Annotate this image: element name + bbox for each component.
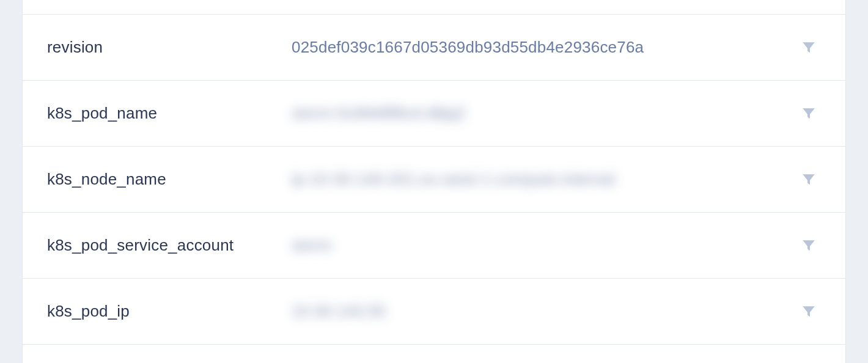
attribute-key: k8s_node_name (47, 170, 292, 189)
attribute-value: ip-10-30-140-201.eu-west-1.compute.inter… (292, 170, 796, 189)
filter-icon (801, 40, 817, 56)
filter-button[interactable] (796, 101, 821, 126)
attribute-row: k8s_pod_ip 10.30.143.55 (23, 279, 845, 345)
filter-button[interactable] (796, 167, 821, 192)
attribute-key: k8s_pod_ip (47, 302, 292, 321)
attribute-value: 10.30.143.55 (292, 302, 796, 321)
filter-button[interactable] (796, 35, 821, 60)
attribute-key: revision (47, 38, 292, 57)
attribute-row: k8s_pod_name storm-5c9948f8cd-d8pj2 (23, 81, 845, 147)
filter-button[interactable] (796, 233, 821, 258)
attribute-value: storm-5c9948f8cd-d8pj2 (292, 104, 796, 123)
partial-row-top (23, 0, 845, 15)
attribute-row: k8s_pod_service_account storm (23, 213, 845, 279)
filter-icon (801, 304, 817, 320)
attribute-key: k8s_pod_service_account (47, 236, 292, 255)
partial-row-bottom (23, 345, 845, 363)
attribute-value: storm (292, 236, 796, 255)
filter-icon (801, 106, 817, 122)
attributes-panel: revision 025def039c1667d05369db93d55db4e… (22, 0, 846, 363)
attribute-key: k8s_pod_name (47, 104, 292, 123)
filter-icon (801, 172, 817, 188)
filter-icon (801, 238, 817, 254)
attribute-row: k8s_node_name ip-10-30-140-201.eu-west-1… (23, 147, 845, 213)
attribute-row: revision 025def039c1667d05369db93d55db4e… (23, 15, 845, 81)
attribute-value: 025def039c1667d05369db93d55db4e2936ce76a (292, 38, 796, 57)
filter-button[interactable] (796, 299, 821, 324)
